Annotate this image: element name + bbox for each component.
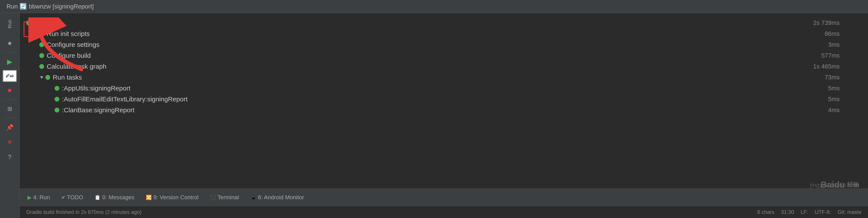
todo-tab-icon: ✔: [61, 195, 65, 201]
tree-item-label-clanbase: :ClanBase:signingReport: [62, 106, 134, 114]
bottom-tabs-bar: ▶ 4: Run ✔ TODO 📋 0: Messages 🔀 9: Versi…: [20, 189, 868, 206]
status-dot-run-tasks: [45, 75, 50, 80]
tree-item-run-tasks[interactable]: ▼ Run tasks 73ms: [26, 72, 862, 83]
status-dot-calculate-task-graph: [39, 64, 44, 69]
status-dot-run-build: [26, 20, 31, 26]
status-message: Gradle build finished in 2s 870ms (2 min…: [26, 209, 142, 215]
tab-version-control[interactable]: 🔀 9: Version Control: [142, 192, 202, 203]
title-bar-text: Run 🔄 bbwnzw [signingReport]: [6, 3, 94, 10]
messages-tab-label: 0: Messages: [102, 194, 134, 201]
duration-run-init: 86ms: [825, 30, 862, 37]
version-control-tab-label: 9: Version Control: [153, 194, 199, 201]
duration-apputils: 5ms: [828, 85, 862, 92]
watermark-url-text: jingyan.baidu.com: [810, 182, 859, 189]
run-panel: Run build 2s 739ms Run init scripts 86ms…: [20, 13, 868, 218]
run-tab-label: 4: Run: [33, 194, 50, 201]
tree-item-configure-settings[interactable]: Configure settings 3ms: [26, 39, 862, 50]
android-monitor-icon: 📱: [250, 195, 256, 201]
tree-item-calculate-task-graph[interactable]: Calculate task graph 1s 465ms: [26, 61, 862, 72]
status-dot-clanbase: [55, 108, 59, 112]
tree-item-label-autofill: :AutoFillEmailEditTextLibrary:signingRep…: [62, 96, 188, 103]
cursor-position: 31:30: [781, 209, 794, 215]
content-area: Run ★ ▶ 🖊ab ■ ⊞ 📌 ✕ ?: [0, 13, 868, 218]
tree-item-run-init-scripts[interactable]: Run init scripts 86ms: [26, 28, 862, 39]
tree-content: Run build 2s 739ms Run init scripts 86ms…: [20, 13, 868, 189]
tab-messages[interactable]: 📋 0: Messages: [91, 192, 138, 203]
status-dot-autofill: [55, 97, 59, 102]
status-dot-apputils: [55, 86, 59, 91]
tree-item-apputils-signing[interactable]: :AppUtils:signingReport 5ms: [26, 83, 862, 94]
tree-item-label-calculate-task-graph: Calculate task graph: [47, 63, 106, 70]
duration-run-tasks: 73ms: [825, 74, 862, 81]
toggle-ab-button[interactable]: 🖊ab: [3, 70, 17, 82]
duration-configure-settings: 3ms: [828, 41, 862, 48]
duration-configure-build: 577ms: [821, 52, 862, 59]
git-branch: Git: maste: [838, 209, 862, 215]
close-icon[interactable]: ✕: [3, 136, 17, 149]
status-dot-configure-settings: [39, 42, 44, 47]
duration-autofill: 5ms: [828, 96, 862, 103]
tab-terminal[interactable]: ⬛ Terminal: [206, 192, 242, 203]
tab-android-monitor[interactable]: 📱 6: Android Monitor: [247, 192, 308, 203]
tree-item-configure-build[interactable]: Configure build 577ms: [26, 50, 862, 61]
status-dot-run-init: [39, 31, 44, 36]
terminal-tab-label: Terminal: [217, 194, 239, 201]
title-bar: Run 🔄 bbwnzw [signingReport]: [0, 0, 868, 13]
duration-calculate-task-graph: 1s 465ms: [813, 63, 862, 70]
expand-arrow-run-tasks: ▼: [39, 75, 44, 80]
duration-clanbase: 4ms: [828, 107, 862, 114]
run-tab-icon: ▶: [28, 194, 31, 201]
stop-button[interactable]: ■: [3, 84, 17, 97]
favorites-icon[interactable]: ★: [3, 37, 17, 50]
sidebar: Run ★ ▶ 🖊ab ■ ⊞ 📌 ✕ ?: [0, 13, 20, 218]
status-right-info: 6 chars 31:30 LF: UTF-8: Git: maste: [757, 209, 862, 215]
tree-item-label-run-init: Run init scripts: [47, 30, 90, 37]
tree-item-label-apputils: :AppUtils:signingReport: [62, 84, 130, 92]
chars-count: 6 chars: [757, 209, 775, 215]
todo-tab-label: TODO: [67, 194, 83, 201]
tree-item-autofill-signing[interactable]: :AutoFillEmailEditTextLibrary:signingRep…: [26, 94, 862, 105]
tree-item-label-run-build: Run build: [34, 19, 62, 27]
line-ending: LF:: [801, 209, 808, 215]
tab-todo[interactable]: ✔ TODO: [58, 192, 87, 203]
messages-tab-icon: 📋: [95, 195, 100, 201]
tree-item-clanbase-signing[interactable]: :ClanBase:signingReport 4ms: [26, 105, 862, 115]
terminal-icon: ⬛: [210, 195, 216, 201]
build-variants-icon[interactable]: ⊞: [3, 102, 17, 115]
pin-icon[interactable]: 📌: [3, 121, 17, 134]
status-dot-configure-build: [39, 53, 44, 58]
version-control-icon: 🔀: [146, 195, 152, 201]
tab-run[interactable]: ▶ 4: Run: [24, 192, 54, 203]
status-line: Gradle build finished in 2s 870ms (2 min…: [20, 206, 868, 218]
duration-run-build: 2s 739ms: [813, 20, 862, 26]
tree-item-label-run-tasks: Run tasks: [53, 74, 82, 81]
main-container: Run 🔄 bbwnzw [signingReport] Run ★ ▶ 🖊ab…: [0, 0, 868, 218]
tree-item-label-configure-build: Configure build: [47, 52, 91, 59]
help-icon[interactable]: ?: [3, 150, 17, 164]
encoding: UTF-8:: [815, 209, 831, 215]
sidebar-run-label: Run: [6, 15, 13, 33]
divider-2: [3, 99, 17, 100]
android-monitor-tab-label: 6: Android Monitor: [258, 194, 304, 201]
tree-item-run-build[interactable]: Run build 2s 739ms: [26, 17, 862, 28]
play-icon[interactable]: ▶: [3, 55, 17, 68]
tree-item-label-configure-settings: Configure settings: [47, 41, 99, 48]
